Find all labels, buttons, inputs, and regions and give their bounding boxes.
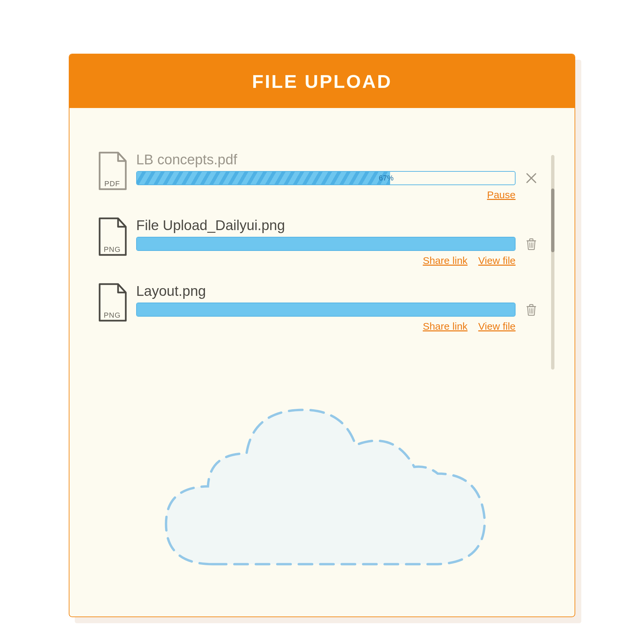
file-name: Layout.png	[136, 283, 538, 299]
progress-bar	[136, 237, 516, 251]
header-title: FILE UPLOAD	[252, 70, 392, 92]
card-body: PDF LB concepts.pdf 67%	[69, 108, 575, 616]
progress-fill	[137, 237, 515, 250]
upload-card: FILE UPLOAD PDF L	[69, 54, 575, 617]
delete-file-icon[interactable]	[525, 237, 538, 250]
file-links: Share link View file	[136, 255, 538, 266]
view-file-link[interactable]: View file	[478, 255, 516, 266]
progress-fill	[137, 172, 390, 184]
scrollbar-thumb[interactable]	[551, 189, 554, 252]
file-ext-label: PNG	[96, 245, 128, 254]
file-document-icon: PNG	[96, 283, 128, 322]
cancel-upload-icon[interactable]	[525, 172, 538, 184]
scrollbar-track[interactable]	[551, 155, 554, 370]
progress-row	[136, 237, 538, 251]
file-links: Share link View file	[136, 321, 538, 332]
file-row: PNG Layout.png	[96, 283, 538, 342]
file-name: File Upload_Dailyui.png	[136, 217, 538, 233]
select-files-button[interactable]: SELECT FILES	[254, 511, 397, 546]
file-name: LB concepts.pdf	[136, 152, 538, 168]
delete-file-icon[interactable]	[525, 303, 538, 316]
view-file-link[interactable]: View file	[478, 321, 516, 332]
progress-row	[136, 303, 538, 317]
files-area: PDF LB concepts.pdf 67%	[96, 152, 554, 370]
cloud-outline-icon	[146, 390, 505, 578]
share-link[interactable]: Share link	[423, 321, 467, 332]
file-ext-label: PDF	[96, 179, 128, 188]
file-main: LB concepts.pdf 67%	[136, 152, 538, 201]
file-main: Layout.png	[136, 283, 538, 332]
card-header: FILE UPLOAD	[69, 54, 575, 108]
progress-bar: 67%	[136, 171, 516, 185]
progress-bar	[136, 303, 516, 317]
dropzone-wrap: Drag and drop files here OR SELECT FILES	[96, 370, 554, 593]
dropzone-instruction: Drag and drop files here	[257, 465, 394, 479]
pause-link[interactable]: Pause	[487, 189, 516, 201]
progress-percent-label: 67%	[379, 174, 393, 182]
file-main: File Upload_Dailyui.png	[136, 217, 538, 266]
file-links: Pause	[136, 189, 538, 201]
dropzone-or-label: OR	[316, 488, 335, 502]
file-document-icon: PDF	[96, 152, 128, 190]
file-row: PNG File Upload_Dailyui.png	[96, 217, 538, 276]
card-shadow-wrap: FILE UPLOAD PDF L	[69, 54, 575, 617]
dropzone[interactable]: Drag and drop files here OR SELECT FILES	[146, 390, 505, 578]
file-ext-label: PNG	[96, 311, 128, 320]
files-list: PDF LB concepts.pdf 67%	[96, 152, 538, 370]
file-document-icon: PNG	[96, 217, 128, 256]
share-link[interactable]: Share link	[423, 255, 467, 266]
progress-fill	[137, 303, 515, 316]
file-row: PDF LB concepts.pdf 67%	[96, 152, 538, 211]
progress-row: 67%	[136, 171, 538, 185]
